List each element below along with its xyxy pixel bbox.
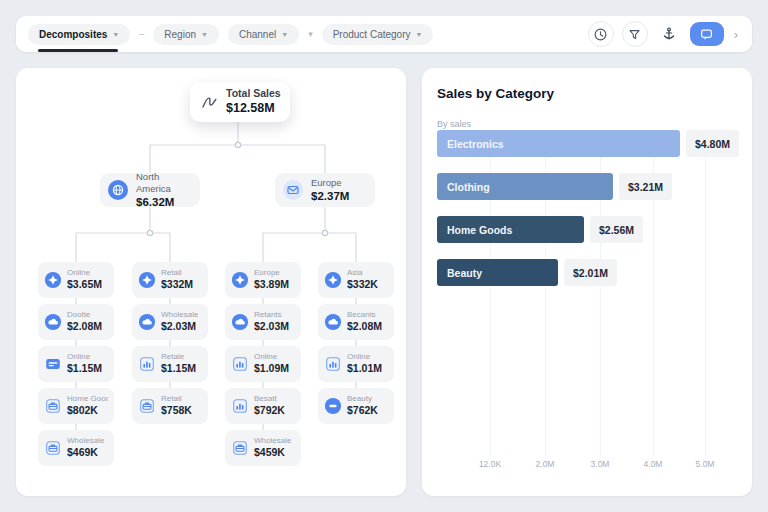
- node-value: $2.03M: [254, 320, 289, 333]
- chevron-down-icon: ▼: [281, 31, 288, 38]
- root-value: $12.58M: [226, 101, 281, 117]
- node-label: Besatt: [254, 394, 285, 404]
- filter-button[interactable]: [622, 21, 648, 47]
- history-button[interactable]: [588, 21, 614, 47]
- node-value: $332K: [347, 278, 378, 291]
- node-label: Retail: [161, 394, 192, 404]
- tree-node[interactable]: Online$1.09M: [225, 346, 301, 382]
- globe-icon: [107, 179, 129, 201]
- export-icon: [661, 26, 677, 42]
- tree-root-node[interactable]: Total Sales $12.58M: [190, 82, 290, 122]
- node-label: Becanis: [347, 310, 382, 320]
- tree-node[interactable]: Retants$2.03M: [225, 304, 301, 340]
- tree-node[interactable]: Retail$758K: [132, 388, 208, 424]
- circle-dot-icon: [324, 397, 342, 415]
- tree-node[interactable]: Online$1.01M: [318, 346, 394, 382]
- tab-channel-label: Channel: [239, 29, 276, 40]
- tab-region-label: Region: [164, 29, 196, 40]
- briefcase-box-icon: [231, 439, 249, 457]
- tree-node[interactable]: Online$3.65M: [38, 262, 114, 298]
- tab-decomposites[interactable]: Decomposites ▼: [28, 24, 130, 45]
- x-tick-label: 4.0M: [644, 459, 663, 469]
- bar-electronics[interactable]: Electronics: [437, 130, 680, 157]
- node-value: $332M: [161, 278, 193, 291]
- node-label: Home Goods: [67, 394, 108, 404]
- chevron-down-icon: ▼: [201, 31, 208, 38]
- node-value: $792K: [254, 404, 285, 417]
- bar-row: Beauty$2.01M: [437, 259, 740, 286]
- node-label: Wholesale: [67, 436, 104, 446]
- bar-label: Electronics: [447, 138, 504, 150]
- tree-node[interactable]: Online$1.15M: [38, 346, 114, 382]
- mail-icon: [282, 179, 304, 201]
- toolbar: Decomposites ▼ – Region ▼ Channel ▼ ▾ Pr…: [16, 16, 752, 52]
- tree-node[interactable]: Besatt$792K: [225, 388, 301, 424]
- bar-value: $2.56M: [590, 216, 643, 243]
- node-label: Europe: [254, 268, 289, 278]
- tree-node[interactable]: Asia$332K: [318, 262, 394, 298]
- tree-node[interactable]: Wholesale$469K: [38, 430, 114, 466]
- bar-home-goods[interactable]: Home Goods: [437, 216, 584, 243]
- tree-node[interactable]: Home Goods$802K: [38, 388, 114, 424]
- bar-value: $3.21M: [619, 173, 672, 200]
- separator: –: [139, 29, 144, 39]
- node-value: $2.08M: [347, 320, 382, 333]
- briefcase-box-icon: [138, 397, 156, 415]
- tab-product-category[interactable]: Product Category ▼: [322, 24, 434, 45]
- tab-decomposites-label: Decomposites: [39, 29, 107, 40]
- tree-node[interactable]: Europe$3.89M: [225, 262, 301, 298]
- filter-icon: [627, 27, 642, 42]
- export-button[interactable]: [656, 21, 682, 47]
- node-label: Retail: [161, 268, 193, 278]
- node-label: Dootie: [67, 310, 102, 320]
- chat-button[interactable]: [690, 22, 724, 46]
- node-value: $2.03M: [161, 320, 198, 333]
- tree-node[interactable]: Wholesale$459K: [225, 430, 301, 466]
- x-tick-label: 5.0M: [696, 459, 715, 469]
- node-value: $758K: [161, 404, 192, 417]
- tree-node[interactable]: Retale$1.15M: [132, 346, 208, 382]
- tree-node-north-america[interactable]: North America $6.32M: [100, 173, 200, 207]
- chevron-down-icon: ▼: [112, 31, 119, 38]
- circle-cloud-icon: [138, 313, 156, 331]
- chart-box-icon: [138, 355, 156, 373]
- node-label: Online: [347, 352, 382, 362]
- trend-icon: [199, 92, 219, 112]
- node-label: Online: [254, 352, 289, 362]
- x-tick-label: 3.0M: [591, 459, 610, 469]
- tab-product-category-label: Product Category: [333, 29, 411, 40]
- tree-node[interactable]: Wholesale$2.03M: [132, 304, 208, 340]
- tree-column-3: Europe$3.89MRetants$2.03MOnline$1.09MBes…: [225, 262, 301, 472]
- node-value: $1.15M: [161, 362, 196, 375]
- chart-box-icon: [231, 397, 249, 415]
- tree-node-europe[interactable]: Europe $2.37M: [275, 173, 375, 207]
- node-label: Retants: [254, 310, 289, 320]
- node-value: $459K: [254, 446, 291, 459]
- tab-channel[interactable]: Channel ▼: [228, 24, 299, 45]
- briefcase-box-icon: [44, 439, 62, 457]
- tab-region[interactable]: Region ▼: [153, 24, 219, 45]
- decomposition-tree-panel: Total Sales $12.58M North America $6.32M…: [16, 68, 406, 496]
- region-value: $2.37M: [311, 189, 349, 203]
- circle-star-icon: [138, 271, 156, 289]
- tree-node[interactable]: Beauty$762K: [318, 388, 394, 424]
- node-label: Online: [67, 352, 102, 362]
- chevron-right-icon[interactable]: ›: [732, 27, 740, 42]
- tree-node[interactable]: Dootie$2.08M: [38, 304, 114, 340]
- tree-node[interactable]: Becanis$2.08M: [318, 304, 394, 340]
- bar-clothing[interactable]: Clothing: [437, 173, 613, 200]
- region-label: North America: [136, 171, 193, 195]
- chart-bars: Electronics$4.80MClothing$3.21MHome Good…: [437, 130, 740, 302]
- region-value: $6.32M: [136, 195, 193, 209]
- node-value: $469K: [67, 446, 104, 459]
- bar-beauty[interactable]: Beauty: [437, 259, 558, 286]
- briefcase-box-icon: [44, 397, 62, 415]
- chart-box-icon: [231, 355, 249, 373]
- circle-cloud-icon: [231, 313, 249, 331]
- x-tick-label: 2.0M: [536, 459, 555, 469]
- bar-label: Home Goods: [447, 224, 512, 236]
- tree-node[interactable]: Retail$332M: [132, 262, 208, 298]
- node-label: Wholesale: [161, 310, 198, 320]
- root-label: Total Sales: [226, 87, 281, 100]
- chevron-down-icon: ▼: [416, 31, 423, 38]
